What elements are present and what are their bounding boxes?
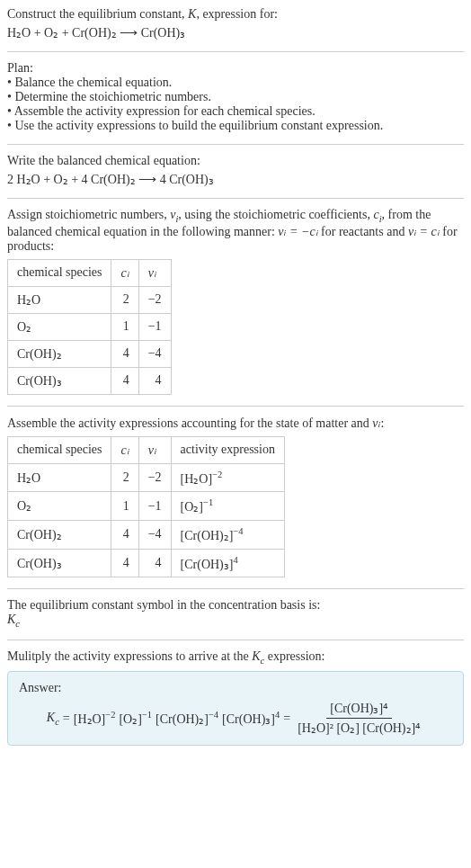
cell-activity: [H₂O]−2	[171, 463, 284, 492]
cell-ci: 4	[111, 521, 138, 550]
divider	[7, 144, 464, 145]
cell-nui: 4	[138, 549, 171, 577]
cell-nui: −1	[138, 313, 171, 340]
plan-item: Balance the chemical equation.	[7, 76, 464, 90]
text: , using the stoichiometric coefficients,	[178, 208, 373, 221]
cell-ci: 4	[111, 367, 138, 394]
text: for reactants and	[318, 225, 408, 238]
ci-label: cᵢ	[120, 266, 129, 280]
header-suffix: , expression for:	[196, 7, 278, 21]
cell-species: Cr(OH)₃	[8, 367, 111, 394]
col-nui: νᵢ	[138, 259, 171, 286]
balanced-title: Write the balanced chemical equation:	[7, 154, 464, 168]
stoich-intro: Assign stoichiometric numbers, νi, using…	[7, 208, 464, 254]
col-nui: νᵢ	[138, 436, 171, 463]
base: [Cr(OH)₃]	[181, 557, 234, 570]
c-sub: c	[15, 619, 20, 629]
balanced-equation: 2 H₂O + O₂ + 4 Cr(OH)₂ ⟶ 4 Cr(OH)₃	[7, 172, 464, 187]
col-ci: cᵢ	[111, 436, 138, 463]
denominator: [H₂O]² [O₂] [Cr(OH)₂]⁴	[294, 719, 424, 736]
cell-species: O₂	[8, 313, 111, 340]
header-section: Construct the equilibrium constant, K, e…	[7, 7, 464, 40]
divider	[7, 406, 464, 407]
table-row: H₂O2−2	[8, 286, 172, 313]
table-row: Cr(OH)₃44	[8, 367, 172, 394]
cell-species: Cr(OH)₂	[8, 521, 111, 550]
nui-label: νᵢ	[148, 443, 156, 457]
balanced-section: Write the balanced chemical equation: 2 …	[7, 154, 464, 187]
header-prefix: Construct the equilibrium constant,	[7, 7, 188, 21]
text: Assign stoichiometric numbers,	[7, 208, 170, 221]
exp: −2	[212, 470, 222, 479]
col-ci: cᵢ	[111, 259, 138, 286]
plan-item: Use the activity expressions to build th…	[7, 119, 464, 133]
term: [O₂]−1	[119, 710, 152, 727]
unbalanced-equation: H₂O + O₂ + Cr(OH)₂ ⟶ Cr(OH)₃	[7, 25, 464, 40]
exp: 4	[233, 555, 237, 565]
plan-title: Plan:	[7, 61, 464, 76]
multiply-line: Mulitply the activity expressions to arr…	[7, 649, 464, 666]
cell-species: O₂	[8, 492, 111, 521]
plan-section: Plan: Balance the chemical equation. Det…	[7, 61, 464, 133]
base: [O₂]	[181, 500, 203, 514]
base: [O₂]	[119, 712, 141, 726]
base: [Cr(OH)₂]	[156, 712, 209, 726]
cell-activity: [Cr(OH)₃]4	[171, 549, 284, 577]
term: [Cr(OH)₃]4	[222, 710, 280, 727]
header-k: K	[188, 7, 196, 21]
activity-table: chemical species cᵢ νᵢ activity expressi…	[7, 436, 285, 578]
cell-ci: 4	[111, 549, 138, 577]
cell-ci: 2	[111, 463, 138, 492]
relation: νᵢ = cᵢ	[408, 225, 440, 238]
text: Mulitply the activity expressions to arr…	[7, 649, 252, 663]
table-row: H₂O2−2[H₂O]−2	[8, 463, 285, 492]
exp: −1	[203, 497, 213, 507]
answer-box: Answer: Kc = [H₂O]−2 [O₂]−1 [Cr(OH)₂]−4 …	[7, 671, 464, 746]
divider	[7, 51, 464, 52]
cell-species: Cr(OH)₃	[8, 549, 111, 577]
exp: −4	[209, 710, 218, 720]
k: K	[252, 649, 260, 663]
col-species: chemical species	[8, 436, 111, 463]
answer-label: Answer:	[19, 681, 452, 695]
term: [Cr(OH)₂]−4	[156, 710, 218, 727]
base: [H₂O]	[74, 712, 106, 726]
table-row: O₂1−1	[8, 313, 172, 340]
text: expression:	[264, 649, 324, 663]
exp: 4	[275, 710, 280, 720]
stoich-section: Assign stoichiometric numbers, νi, using…	[7, 208, 464, 395]
header-line: Construct the equilibrium constant, K, e…	[7, 7, 464, 22]
cell-ci: 1	[111, 492, 138, 521]
text: Assemble the activity expressions accoun…	[7, 416, 372, 430]
multiply-section: Mulitply the activity expressions to arr…	[7, 649, 464, 746]
table-row: Cr(OH)₂4−4[Cr(OH)₂]−4	[8, 521, 285, 550]
table-header-row: chemical species cᵢ νᵢ	[8, 259, 172, 286]
cell-activity: [O₂]−1	[171, 492, 284, 521]
divider	[7, 198, 464, 199]
exp: −1	[142, 710, 152, 720]
table-row: O₂1−1[O₂]−1	[8, 492, 285, 521]
symbol-line: The equilibrium constant symbol in the c…	[7, 598, 464, 613]
cell-species: H₂O	[8, 463, 111, 492]
symbol-section: The equilibrium constant symbol in the c…	[7, 598, 464, 629]
kc-symbol: Kc	[7, 613, 464, 629]
exp: −4	[233, 526, 243, 536]
cell-nui: −2	[138, 463, 171, 492]
ci-label: cᵢ	[120, 443, 129, 457]
kc: Kc	[47, 711, 59, 727]
fraction: [Cr(OH)₃]⁴ [H₂O]² [O₂] [Cr(OH)₂]⁴	[294, 701, 424, 736]
exp: −2	[105, 710, 115, 720]
equals: =	[283, 711, 290, 726]
base: [H₂O]	[181, 471, 213, 485]
base: [Cr(OH)₂]	[181, 529, 234, 542]
plan-item: Determine the stoichiometric numbers.	[7, 90, 464, 104]
table-row: Cr(OH)₃44[Cr(OH)₃]4	[8, 549, 285, 577]
c-sub: c	[55, 716, 59, 726]
cell-ci: 4	[111, 340, 138, 367]
kc-expression: Kc = [H₂O]−2 [O₂]−1 [Cr(OH)₂]−4 [Cr(OH)₃…	[19, 701, 452, 736]
cell-ci: 2	[111, 286, 138, 313]
cell-species: Cr(OH)₂	[8, 340, 111, 367]
table-row: Cr(OH)₂4−4	[8, 340, 172, 367]
equals: =	[63, 711, 70, 726]
k: K	[7, 613, 15, 626]
